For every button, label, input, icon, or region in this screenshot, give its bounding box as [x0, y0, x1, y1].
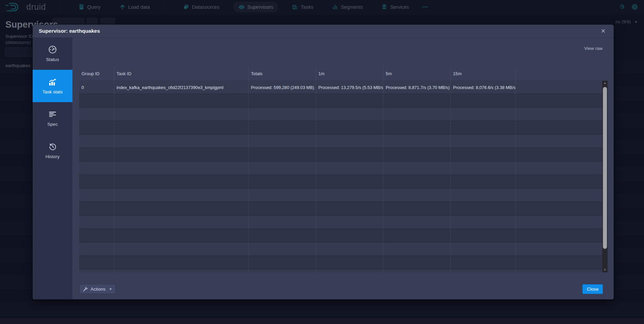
table-cell — [79, 269, 114, 272]
table-row-empty — [79, 161, 602, 175]
table-cell — [383, 188, 450, 202]
table-cell — [248, 148, 316, 161]
scroll-down-icon[interactable]: ▼ — [602, 267, 608, 272]
table-cell: Processed: 8,871.7/s (3.70 MB/s) — [383, 81, 450, 94]
table-header-row: Group IDTask IDTotals1m5m15m — [79, 67, 602, 81]
table-cell — [383, 215, 450, 229]
table-cell — [316, 229, 383, 242]
view-raw-link[interactable]: View raw — [584, 46, 603, 51]
table-cell — [114, 256, 248, 269]
table-cell — [383, 121, 450, 135]
table-row-empty — [79, 229, 602, 242]
table-cell-blank — [515, 256, 602, 269]
table-cell-blank — [515, 229, 602, 242]
table-row-empty — [79, 242, 602, 256]
table-row-empty — [79, 215, 602, 229]
table-cell — [450, 256, 515, 269]
close-button[interactable]: Close — [582, 284, 603, 294]
actions-button[interactable]: Actions ▼ — [79, 284, 116, 294]
table-cell — [79, 148, 114, 161]
table-row-empty — [79, 148, 602, 161]
table-cell — [114, 148, 248, 161]
table-cell: index_kafka_earthquakes_c6d22f2137390e3_… — [114, 81, 248, 94]
tab-history[interactable]: History — [33, 135, 72, 167]
table-cell — [450, 242, 515, 256]
table-cell — [114, 188, 248, 202]
table-body: 0index_kafka_earthquakes_c6d22f2137390e3… — [79, 81, 602, 272]
table-cell — [248, 256, 316, 269]
table-cell — [450, 269, 515, 272]
table-cell — [450, 148, 515, 161]
table-cell — [450, 202, 515, 215]
table-row-empty — [79, 121, 602, 135]
table-cell — [316, 175, 383, 188]
table-cell — [383, 256, 450, 269]
table-row[interactable]: 0index_kafka_earthquakes_c6d22f2137390e3… — [79, 81, 602, 94]
column-header-1m[interactable]: 1m — [316, 67, 383, 81]
close-icon[interactable]: ✕ — [599, 28, 608, 35]
scrollbar[interactable]: ▲ ▼ — [602, 67, 608, 272]
table-cell — [316, 202, 383, 215]
table-cell-blank — [515, 121, 602, 135]
column-header-5m[interactable]: 5m — [383, 67, 450, 81]
tab-label: Spec — [47, 122, 58, 127]
dialog-header: Supervisor: earthquakes ✕ — [33, 25, 614, 37]
table-cell — [114, 242, 248, 256]
table-cell — [79, 135, 114, 148]
scrollbar-thumb[interactable] — [603, 87, 607, 249]
table-cell — [79, 161, 114, 175]
table-cell — [316, 269, 383, 272]
tab-status[interactable]: Status — [33, 37, 72, 70]
table-row-empty — [79, 256, 602, 269]
table-cell — [79, 229, 114, 242]
tab-label: Task stats — [42, 89, 63, 94]
table-cell — [383, 135, 450, 148]
table-cell — [114, 215, 248, 229]
history-icon — [49, 143, 57, 151]
table-cell — [383, 148, 450, 161]
table-cell — [248, 108, 316, 121]
table-cell-blank — [515, 175, 602, 188]
column-header-task-id[interactable]: Task ID — [114, 67, 248, 81]
align-left-icon — [48, 110, 57, 119]
table-cell-blank — [515, 135, 602, 148]
table-cell: 0 — [79, 81, 114, 94]
table-cell — [248, 121, 316, 135]
column-header-15m[interactable]: 15m — [450, 67, 515, 81]
column-header-group-id[interactable]: Group ID — [79, 67, 114, 81]
table-row-empty — [79, 269, 602, 272]
table-cell — [383, 269, 450, 272]
chart-icon — [48, 78, 57, 86]
table-cell — [114, 269, 248, 272]
table-cell: Processed: 13,279.5/s (5.53 MB/s) — [316, 81, 383, 94]
table-cell — [316, 256, 383, 269]
supervisor-dialog: Supervisor: earthquakes ✕ StatusTask sta… — [33, 25, 614, 299]
dialog-footer: Actions ▼ Close — [79, 284, 603, 294]
table-cell — [79, 202, 114, 215]
table-row-empty — [79, 188, 602, 202]
table-cell — [450, 215, 515, 229]
table-cell-blank — [515, 94, 602, 108]
table-cell — [450, 175, 515, 188]
table-cell — [450, 229, 515, 242]
table-cell — [450, 94, 515, 108]
scroll-up-icon[interactable]: ▲ — [602, 81, 608, 86]
table-cell — [248, 269, 316, 272]
table-cell — [114, 161, 248, 175]
task-stats-panel: View raw Group IDTask IDTotals1m5m15m 0i… — [72, 37, 614, 299]
tab-task-stats[interactable]: Task stats — [33, 70, 72, 102]
table-cell — [316, 94, 383, 108]
table-cell-blank — [515, 242, 602, 256]
table-cell — [383, 242, 450, 256]
dialog-side-tabs: StatusTask statsSpecHistory — [33, 37, 72, 299]
tab-spec[interactable]: Spec — [33, 102, 72, 135]
table-cell: Processed: 8,076.6/s (3.38 MB/s) — [450, 81, 515, 94]
column-header-totals[interactable]: Totals — [248, 67, 316, 81]
table-cell — [383, 108, 450, 121]
table-cell — [383, 202, 450, 215]
table-cell — [114, 229, 248, 242]
table-cell — [114, 121, 248, 135]
table-cell-blank — [515, 215, 602, 229]
scrollbar-track[interactable]: ▲ ▼ — [602, 81, 608, 272]
table-cell — [114, 94, 248, 108]
